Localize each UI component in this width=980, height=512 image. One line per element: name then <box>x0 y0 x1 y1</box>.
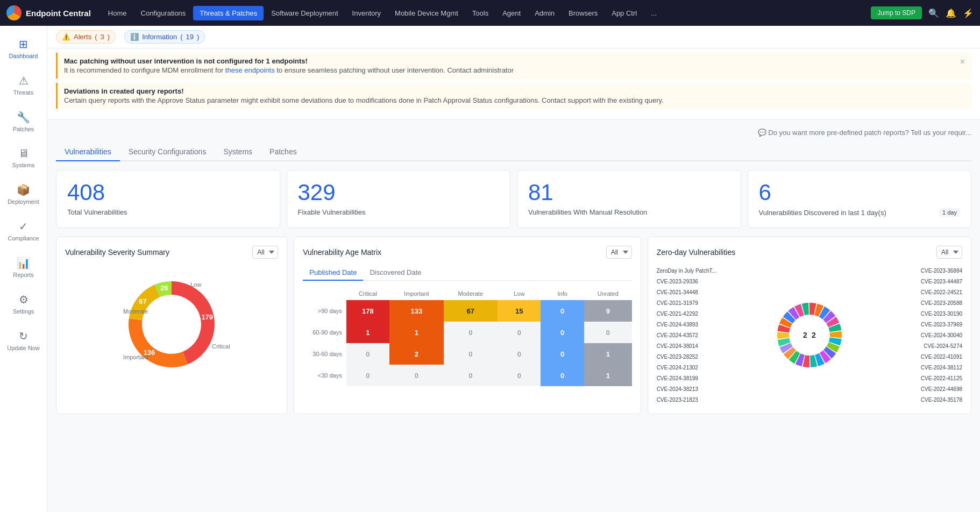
matrix-cell[interactable]: 1 <box>346 322 389 343</box>
sidebar-item-patches[interactable]: 🔧Patches <box>0 104 47 139</box>
nav-item-admin[interactable]: Admin <box>528 6 561 20</box>
nav-item-app-ctrl[interactable]: App Ctrl <box>605 6 643 20</box>
nav-item-threats-&-patches[interactable]: Threats & Patches <box>193 6 264 20</box>
cve-label[interactable]: CVE-2021-31979 <box>657 299 772 307</box>
nav-items: HomeConfigurationsThreats & PatchesSoftw… <box>102 6 871 20</box>
sidebar-item-deployment[interactable]: 📦Deployment <box>0 177 47 211</box>
cve-label[interactable]: CVE-2022-41091 <box>847 353 962 361</box>
severity-chart-dropdown[interactable]: All <box>252 246 278 259</box>
logo[interactable]: Endpoint Central <box>6 5 91 20</box>
cve-label[interactable]: CVE-2021-34448 <box>657 288 772 296</box>
cve-label[interactable]: CVE-2024-38112 <box>847 364 962 372</box>
matrix-cell[interactable]: 0 <box>444 322 498 343</box>
cve-label[interactable]: CVE-2024-43572 <box>657 331 772 339</box>
cve-label[interactable]: CVE-2022-44698 <box>847 385 962 393</box>
lightning-icon[interactable]: ⚡ <box>963 8 974 18</box>
discovered-date-tab[interactable]: Discovered Date <box>363 265 428 281</box>
matrix-cell[interactable]: 0 <box>541 365 584 386</box>
cve-label[interactable]: CVE-2023-29336 <box>657 278 772 286</box>
matrix-cell[interactable]: 0 <box>498 343 541 365</box>
tab-vulnerabilities[interactable]: Vulnerabilities <box>56 143 120 161</box>
stat-number: 6 <box>759 181 961 204</box>
matrix-cell[interactable]: 15 <box>498 300 541 322</box>
cve-label[interactable]: ZeroDay in July PatchT... <box>657 267 772 275</box>
endpoints-link[interactable]: these endpoints <box>225 66 275 74</box>
nav-item-configurations[interactable]: Configurations <box>134 6 193 20</box>
cve-label[interactable]: CVE-2023-21823 <box>657 396 772 404</box>
donut-legend-moderate: Moderate <box>123 308 148 315</box>
published-date-tab[interactable]: Published Date <box>303 265 363 281</box>
matrix-cell[interactable]: 0 <box>584 322 632 343</box>
stat-number: 329 <box>298 181 500 204</box>
matrix-cell[interactable]: 0 <box>498 365 541 386</box>
matrix-cell[interactable]: 178 <box>346 300 389 322</box>
stat-number: 81 <box>528 181 730 204</box>
cve-label[interactable]: CVE-2023-36884 <box>847 267 962 275</box>
cve-label[interactable]: CVE-2022-24521 <box>847 288 962 296</box>
age-matrix-dropdown[interactable]: All <box>606 246 632 259</box>
matrix-cell[interactable]: 2 <box>389 343 443 365</box>
matrix-cell[interactable]: 133 <box>389 300 443 322</box>
cve-label[interactable]: CVE-2023-44487 <box>847 278 962 286</box>
cve-label[interactable]: CVE-2024-43893 <box>657 321 772 329</box>
stat-label: Vulnerabilities With Manual Resolution <box>528 208 730 216</box>
logo-icon <box>6 5 22 20</box>
matrix-cell[interactable]: 0 <box>444 365 498 386</box>
tab-systems[interactable]: Systems <box>215 143 261 161</box>
alert-message-1: × Mac patching without user intervention… <box>56 53 971 79</box>
matrix-cell[interactable]: 0 <box>346 343 389 365</box>
matrix-cell[interactable]: 0 <box>541 322 584 343</box>
cve-label[interactable]: CVE-2024-38213 <box>657 385 772 393</box>
nav-item-agent[interactable]: Agent <box>496 6 527 20</box>
alerts-button[interactable]: ⚠️ Alerts ( 3 ) <box>56 30 116 44</box>
cve-label[interactable]: CVE-2023-30190 <box>847 310 962 318</box>
cve-label[interactable]: CVE-2024-30040 <box>847 331 962 339</box>
matrix-cell[interactable]: 0 <box>498 322 541 343</box>
donut-label-moderate: 67 <box>139 297 146 305</box>
cve-label[interactable]: CVE-2022-41125 <box>847 374 962 382</box>
cve-label[interactable]: CVE-2023-28252 <box>657 353 772 361</box>
notifications-icon[interactable]: 🔔 <box>946 8 956 18</box>
predefined-link[interactable]: 💬 Do you want more pre-defined patch rep… <box>56 129 971 137</box>
cve-label[interactable]: CVE-2023-37969 <box>847 321 962 329</box>
nav-item-...[interactable]: ... <box>644 6 663 20</box>
matrix-cell[interactable]: 0 <box>541 343 584 365</box>
matrix-col-header: Important <box>389 287 443 300</box>
search-icon[interactable]: 🔍 <box>928 8 939 18</box>
cve-label[interactable]: CVE-2024-5274 <box>847 342 962 350</box>
tab-security-configurations[interactable]: Security Configurations <box>120 143 215 161</box>
nav-item-tools[interactable]: Tools <box>466 6 495 20</box>
sidebar-item-reports[interactable]: 📊Reports <box>0 250 47 285</box>
matrix-cell[interactable]: 0 <box>541 300 584 322</box>
matrix-cell[interactable]: 0 <box>346 365 389 386</box>
cve-label[interactable]: CVE-2023-20588 <box>847 299 962 307</box>
jump-sdp-button[interactable]: Jump to SDP <box>871 6 922 19</box>
sidebar-item-threats[interactable]: ⚠Threats <box>0 68 47 102</box>
close-alert-1[interactable]: × <box>960 57 965 67</box>
nav-item-software-deployment[interactable]: Software Deployment <box>265 6 344 20</box>
cve-label[interactable]: CVE-2024-38014 <box>657 342 772 350</box>
nav-item-browsers[interactable]: Browsers <box>562 6 604 20</box>
cve-label[interactable]: CVE-2024-38199 <box>657 374 772 382</box>
sidebar-item-dashboard[interactable]: ⊞Dashboard <box>0 31 47 66</box>
cve-label[interactable]: CVE-2021-42292 <box>657 310 772 318</box>
matrix-cell[interactable]: 1 <box>584 365 632 386</box>
sidebar-item-update-now[interactable]: ↻Update Now <box>0 323 47 358</box>
information-button[interactable]: ℹ️ Information ( 19 ) <box>124 30 205 44</box>
cve-label[interactable]: CVE-2024-35178 <box>847 396 962 404</box>
zeroday-dropdown[interactable]: All <box>936 246 962 259</box>
matrix-cell[interactable]: 9 <box>584 300 632 322</box>
nav-item-home[interactable]: Home <box>102 6 133 20</box>
sidebar-item-systems[interactable]: 🖥Systems <box>0 141 47 175</box>
sidebar-item-compliance[interactable]: ✓Compliance <box>0 214 47 248</box>
nav-item-inventory[interactable]: Inventory <box>346 6 387 20</box>
sidebar-item-settings[interactable]: ⚙Settings <box>0 287 47 321</box>
matrix-cell[interactable]: 0 <box>444 343 498 365</box>
matrix-cell[interactable]: 1 <box>584 343 632 365</box>
tab-patches[interactable]: Patches <box>261 143 306 161</box>
nav-item-mobile-device-mgmt[interactable]: Mobile Device Mgmt <box>388 6 465 20</box>
matrix-cell[interactable]: 67 <box>444 300 498 322</box>
matrix-cell[interactable]: 0 <box>389 365 443 386</box>
matrix-cell[interactable]: 1 <box>389 322 443 343</box>
cve-label[interactable]: CVE-2024-21302 <box>657 364 772 372</box>
